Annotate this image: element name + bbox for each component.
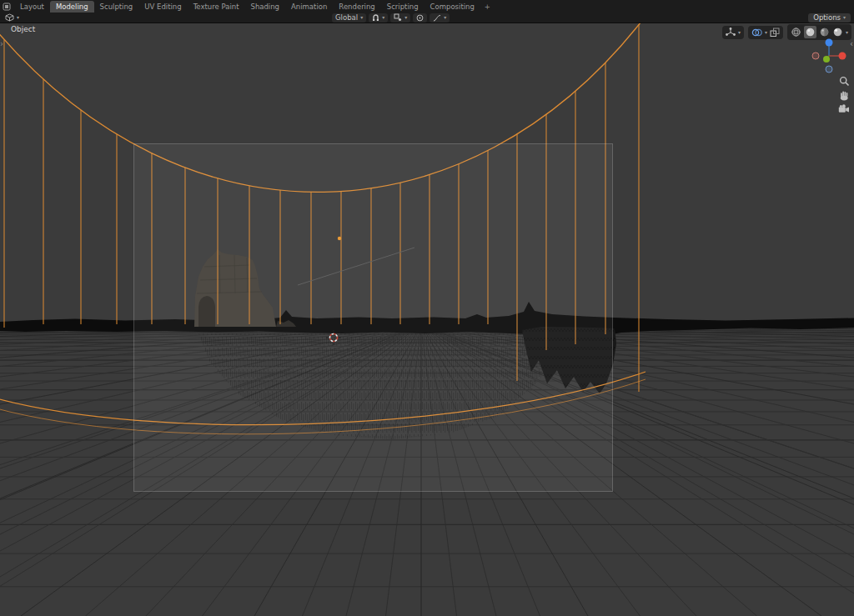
overlays-group: ▾ bbox=[748, 26, 783, 39]
zoom-icon[interactable] bbox=[839, 76, 850, 87]
add-workspace-button[interactable]: + bbox=[480, 1, 495, 13]
camera-frame[interactable] bbox=[134, 144, 613, 492]
tab-layout[interactable]: Layout bbox=[14, 1, 50, 13]
chevron-down-icon: ▾ bbox=[382, 15, 384, 20]
axis-x-positive bbox=[839, 53, 846, 60]
transform-orientation-label: Global bbox=[335, 14, 358, 22]
pan-hand-icon[interactable] bbox=[839, 90, 850, 101]
viewport-nav-tools bbox=[838, 76, 850, 114]
transform-controls: Global ▾ ▾ ▾ ▾ bbox=[332, 13, 452, 23]
snap-target-icon bbox=[394, 13, 402, 22]
axis-z-positive bbox=[826, 39, 833, 47]
axis-y-positive bbox=[823, 56, 830, 63]
xray-toggle-icon[interactable] bbox=[770, 28, 780, 38]
tab-uv-editing[interactable]: UV Editing bbox=[138, 1, 187, 13]
viewport-3d[interactable] bbox=[0, 0, 854, 616]
chevron-down-icon: ▾ bbox=[404, 15, 407, 20]
options-dropdown[interactable]: Options ▾ bbox=[808, 13, 851, 23]
chevron-down-icon: ▾ bbox=[360, 15, 363, 20]
snap-magnet-toggle[interactable]: ▾ bbox=[369, 13, 388, 23]
active-object-name: Object bbox=[11, 25, 35, 33]
magnet-icon bbox=[372, 13, 379, 22]
tab-shading[interactable]: Shading bbox=[244, 1, 285, 13]
snap-settings-dropdown[interactable]: ▾ bbox=[390, 13, 410, 23]
axis-z-negative bbox=[826, 66, 832, 73]
sidebar-collapse-icon[interactable]: ‹ bbox=[850, 40, 853, 48]
tab-sculpting[interactable]: Sculpting bbox=[94, 1, 139, 13]
axis-x-negative bbox=[812, 53, 819, 59]
tab-scripting[interactable]: Scripting bbox=[381, 1, 424, 13]
chevron-down-icon[interactable]: ▾ bbox=[738, 30, 741, 35]
shading-wireframe-icon[interactable] bbox=[791, 27, 801, 38]
application-menu-icon[interactable] bbox=[3, 3, 11, 11]
navigation-axis-gizmo[interactable] bbox=[810, 37, 848, 78]
falloff-curve-icon bbox=[433, 14, 441, 22]
tab-modeling[interactable]: Modeling bbox=[50, 1, 94, 13]
transform-orientation-dropdown[interactable]: Global ▾ bbox=[332, 13, 366, 23]
tab-compositing[interactable]: Compositing bbox=[424, 1, 480, 13]
toolbar-expand-icon[interactable]: › bbox=[0, 40, 3, 48]
active-object-breadcrumb: Object bbox=[11, 25, 35, 33]
tab-rendering[interactable]: Rendering bbox=[333, 1, 380, 13]
gizmos-group: ▾ bbox=[722, 26, 744, 39]
options-label: Options bbox=[813, 14, 841, 22]
gizmo-dropdown-icon[interactable] bbox=[726, 28, 736, 38]
viewport-header: ▾ Global ▾ ▾ ▾ ▾ bbox=[0, 13, 854, 23]
viewport-editor-icon bbox=[5, 13, 14, 22]
chevron-down-icon: ▾ bbox=[843, 15, 846, 20]
camera-view-icon[interactable] bbox=[838, 104, 850, 114]
topbar: Layout Modeling Sculpting UV Editing Tex… bbox=[0, 0, 854, 13]
chevron-down-icon[interactable]: ▾ bbox=[765, 30, 767, 35]
tab-animation[interactable]: Animation bbox=[285, 1, 333, 13]
proportional-editing-toggle[interactable] bbox=[413, 13, 427, 23]
chevron-down-icon: ▾ bbox=[444, 15, 446, 20]
chevron-down-icon: ▾ bbox=[17, 15, 19, 20]
editor-type-dropdown[interactable]: ▾ bbox=[2, 13, 23, 23]
tab-texture-paint[interactable]: Texture Paint bbox=[188, 1, 245, 13]
overlays-toggle-icon[interactable] bbox=[751, 28, 762, 38]
proportional-circle-icon bbox=[416, 14, 424, 22]
proportional-falloff-dropdown[interactable]: ▾ bbox=[430, 13, 450, 23]
chevron-down-icon[interactable]: ▾ bbox=[846, 30, 848, 35]
